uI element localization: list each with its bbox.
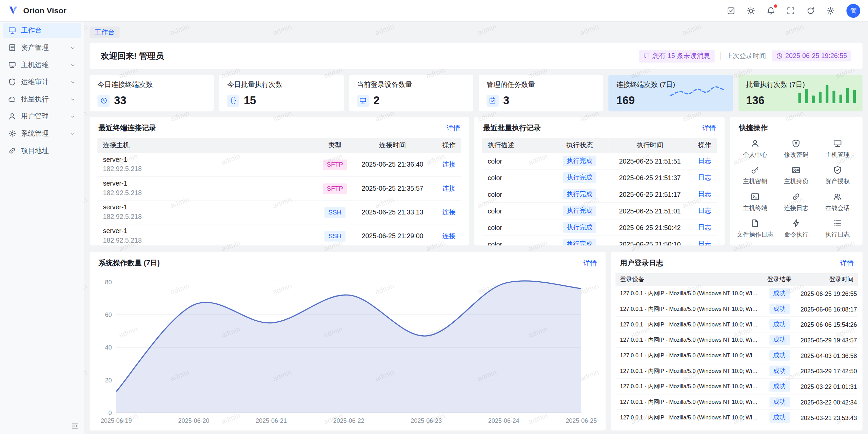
user-avatar[interactable]: 管 bbox=[846, 4, 860, 18]
protocol-tag: SSH bbox=[324, 207, 345, 218]
quick-action-host-terminal[interactable]: 主机终端 bbox=[735, 192, 776, 212]
sidebar-item-audit[interactable]: 运维审计 bbox=[3, 74, 81, 90]
user-icon bbox=[751, 139, 760, 148]
host-name: server-1 bbox=[103, 180, 310, 188]
login-time: 2025-03-21 23:53:43 bbox=[796, 410, 858, 425]
braces-icon bbox=[227, 94, 239, 107]
notifications-button[interactable] bbox=[767, 6, 775, 15]
login-log-title: 用户登录日志 bbox=[620, 258, 663, 268]
link-icon bbox=[792, 192, 801, 201]
svg-text:2025-06-23: 2025-06-23 bbox=[411, 417, 442, 424]
connect-link[interactable]: 连接 bbox=[442, 161, 455, 168]
stat-label: 当前登录设备数量 bbox=[357, 80, 466, 90]
shield-check-icon bbox=[833, 166, 842, 174]
connect-link[interactable]: 连接 bbox=[442, 232, 455, 240]
login-log-row: 127.0.0.1 - 内网IP - Mozilla/5.0 (Windows … bbox=[616, 347, 858, 363]
log-link[interactable]: 日志 bbox=[698, 240, 711, 245]
login-device: 127.0.0.1 - 内网IP - Mozilla/5.0 (Windows … bbox=[616, 286, 763, 301]
refresh-button[interactable] bbox=[807, 6, 815, 15]
host-name: server-1 bbox=[103, 203, 310, 211]
svg-text:2025-06-25: 2025-06-25 bbox=[566, 417, 597, 424]
login-device: 127.0.0.1 - 内网IP - Mozilla/5.0 (Windows … bbox=[616, 363, 763, 379]
quick-action-label: 在线会话 bbox=[825, 204, 850, 211]
theme-button[interactable] bbox=[747, 6, 755, 15]
quick-action-host-manage[interactable]: 主机管理 bbox=[817, 139, 858, 158]
quick-action-label: 主机密钥 bbox=[743, 178, 767, 185]
column-header: 操作 bbox=[430, 138, 461, 153]
settings-button[interactable] bbox=[827, 6, 835, 15]
chevron-down-icon bbox=[70, 113, 76, 119]
login-log-detail-link[interactable]: 详情 bbox=[840, 259, 853, 268]
exec-time: 2025-06-25 21:51:37 bbox=[608, 169, 691, 186]
breadcrumb-item-workbench[interactable]: 工作台 bbox=[90, 26, 119, 38]
chevron-down-icon bbox=[70, 96, 76, 102]
svg-text:80: 80 bbox=[105, 279, 112, 286]
sidebar-item-label: 系统管理 bbox=[21, 129, 65, 138]
login-device: 127.0.0.1 - 内网IP - Mozilla/5.0 (Windows … bbox=[616, 301, 763, 317]
stat-card-managed-tasks: 管理的任务数量 3 bbox=[479, 75, 603, 111]
sidebar-item-host-ops[interactable]: 主机运维 bbox=[3, 57, 81, 73]
quick-action-connect-log[interactable]: 连接日志 bbox=[776, 192, 817, 212]
sidebar-item-project-url[interactable]: 项目地址 bbox=[3, 143, 81, 158]
login-result-tag: 成功 bbox=[769, 288, 790, 299]
batch-records-table: 执行描述执行状态执行时间操作 color 执行完成 2025-06-25 21:… bbox=[482, 138, 717, 246]
login-device: 127.0.0.1 - 内网IP - Mozilla/5.0 (Windows … bbox=[616, 394, 763, 410]
sidebar-item-workbench[interactable]: 工作台 bbox=[3, 23, 81, 38]
login-result-tag: 成功 bbox=[769, 381, 790, 392]
sidebar-item-label: 项目地址 bbox=[21, 146, 76, 155]
exec-description: color bbox=[482, 219, 551, 236]
loglist-icon bbox=[833, 219, 842, 228]
unread-messages-text: 您有 15 条未读消息 bbox=[652, 51, 710, 61]
login-time: 2025-03-22 00:42:34 bbox=[796, 394, 858, 410]
quick-action-password[interactable]: 修改密码 bbox=[776, 139, 817, 158]
clock-icon bbox=[97, 94, 110, 107]
users-icon bbox=[833, 192, 842, 201]
login-log-card: 用户登录日志 详情 登录设备登录结果登录时间 127.0.0.1 - 内网IP … bbox=[611, 252, 862, 431]
login-log-row: 127.0.0.1 - 内网IP - Mozilla/5.0 (Windows … bbox=[616, 301, 858, 317]
sidebar-item-assets[interactable]: 资产管理 bbox=[3, 40, 81, 56]
login-result-tag: 成功 bbox=[769, 366, 790, 376]
tasks-icon bbox=[727, 6, 735, 15]
log-link[interactable]: 日志 bbox=[698, 207, 711, 214]
quick-action-file-log[interactable]: 文件操作日志 bbox=[735, 219, 776, 238]
quick-action-asset-grant[interactable]: 资产授权 bbox=[817, 166, 858, 185]
quick-action-profile[interactable]: 个人中心 bbox=[735, 139, 776, 158]
log-link[interactable]: 日志 bbox=[698, 190, 711, 198]
watermark-text: admin bbox=[84, 109, 88, 124]
login-log-table: 登录设备登录结果登录时间 127.0.0.1 - 内网IP - Mozilla/… bbox=[616, 273, 858, 425]
operations-chart-detail-link[interactable]: 详情 bbox=[584, 259, 597, 268]
login-result-tag: 成功 bbox=[769, 319, 790, 329]
login-time: 2025-05-29 19:43:57 bbox=[796, 332, 858, 348]
quick-action-online-session[interactable]: 在线会话 bbox=[817, 192, 858, 212]
login-result-tag: 成功 bbox=[769, 304, 790, 314]
quick-action-exec-log[interactable]: 执行日志 bbox=[817, 219, 858, 238]
tasks-button[interactable] bbox=[727, 6, 735, 15]
terminal-record-row: server-1 182.92.5.218 SFTP 2025-06-25 21… bbox=[97, 176, 461, 200]
stat-card-login-devices: 当前登录设备数量 2 bbox=[349, 75, 473, 111]
log-link[interactable]: 日志 bbox=[698, 157, 711, 165]
connect-link[interactable]: 连接 bbox=[442, 208, 455, 216]
quick-action-host-key[interactable]: 主机密钥 bbox=[735, 166, 776, 185]
bottom-row: 系统操作数量 (7日) 详情 0204060802025-06-192025-0… bbox=[90, 252, 862, 431]
svg-text:2025-06-22: 2025-06-22 bbox=[333, 417, 364, 424]
quick-action-command-exec[interactable]: 命令执行 bbox=[776, 219, 817, 238]
log-link[interactable]: 日志 bbox=[698, 223, 711, 231]
connect-link[interactable]: 连接 bbox=[442, 184, 455, 192]
column-header: 登录设备 bbox=[616, 273, 763, 286]
log-link[interactable]: 日志 bbox=[698, 173, 711, 181]
collapse-sidebar-icon[interactable] bbox=[71, 422, 79, 430]
quick-action-host-identity[interactable]: 主机身份 bbox=[776, 166, 817, 185]
batch-records-detail-link[interactable]: 详情 bbox=[703, 123, 716, 133]
terminal-records-table: 连接主机类型连接时间操作 server-1 182.92.5.218 SFTP … bbox=[97, 138, 461, 246]
sidebar-item-batch-exec[interactable]: 批量执行 bbox=[3, 91, 81, 107]
unread-messages-chip[interactable]: 您有 15 条未读消息 bbox=[638, 50, 714, 62]
terminal-records-detail-link[interactable]: 详情 bbox=[447, 123, 460, 133]
sidebar-item-user-manage[interactable]: 用户管理 bbox=[3, 109, 81, 124]
brand[interactable]: Orion Visor bbox=[8, 5, 66, 16]
last-login-time-chip: 2025-06-25 19:26:55 bbox=[771, 51, 851, 62]
protocol-tag: SFTP bbox=[323, 159, 347, 170]
sidebar-item-system-manage[interactable]: 系统管理 bbox=[3, 126, 81, 141]
exec-status-tag: 执行完成 bbox=[563, 239, 596, 246]
column-header: 执行时间 bbox=[608, 138, 691, 153]
fullscreen-button[interactable] bbox=[787, 6, 795, 15]
